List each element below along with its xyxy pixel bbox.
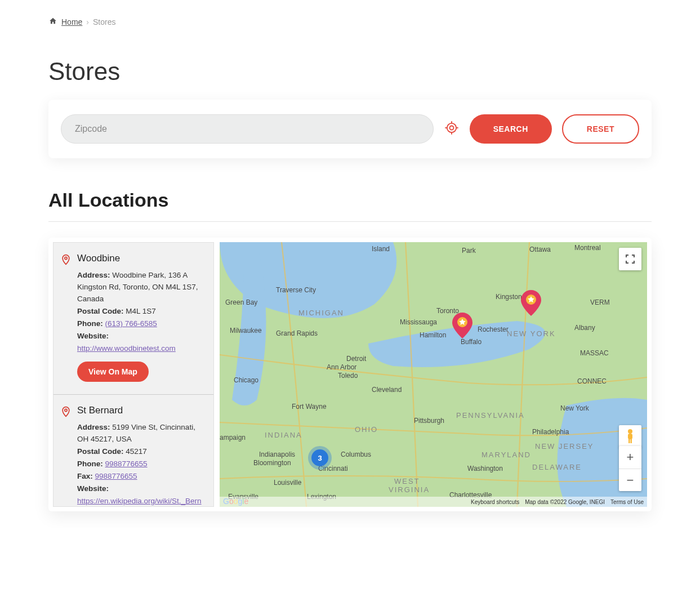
streetview-pegman-icon[interactable]: [619, 425, 641, 448]
svg-rect-13: [628, 439, 630, 443]
map-label: PENNSYLVANIA: [456, 411, 525, 420]
map-pin-icon: [60, 254, 72, 267]
map-label: Louisville: [274, 479, 301, 487]
location-card: Woodbine Address: Woodbine Park, 136 A K…: [53, 243, 213, 395]
map-label: MASSAC: [580, 349, 609, 357]
zoom-controls: + −: [619, 446, 641, 491]
map-label: Green Bay: [225, 298, 257, 306]
map-label: Rochester: [478, 325, 509, 333]
svg-point-6: [65, 257, 67, 259]
fax-label: Fax:: [77, 472, 93, 480]
map-label: Chicago: [234, 376, 258, 384]
map-label: Hamilton: [420, 331, 446, 339]
map-marker-icon[interactable]: [452, 313, 472, 338]
map-label: NEW YORK: [507, 329, 556, 338]
location-list[interactable]: Woodbine Address: Woodbine Park, 136 A K…: [53, 242, 214, 507]
map-label: Buffalo: [461, 338, 481, 346]
location-card: St Bernard Address: 5199 Vine St, Cincin…: [53, 395, 213, 507]
phone-link[interactable]: 9988776655: [105, 460, 148, 468]
phone-link[interactable]: (613) 766-6585: [105, 319, 157, 328]
address-label: Address:: [77, 271, 110, 279]
map-label: INDIANA: [265, 431, 302, 439]
website-label: Website:: [77, 484, 109, 493]
map-label: Toledo: [338, 372, 358, 380]
map-label: Montreal: [574, 244, 601, 252]
svg-rect-12: [628, 434, 632, 439]
locate-me-icon[interactable]: [444, 120, 460, 138]
zipcode-input[interactable]: [61, 114, 434, 144]
address-label: Address:: [77, 423, 110, 431]
map-label: Pittsburgh: [414, 417, 444, 425]
breadcrumb: Home › Stores: [48, 17, 652, 26]
map-label: Park: [462, 247, 476, 255]
map-label: CONNEC: [577, 377, 607, 385]
postal-value: M4L 1S7: [126, 307, 156, 315]
section-title: All Locations: [48, 189, 652, 211]
postal-value: 45217: [126, 447, 147, 456]
map-label: Columbus: [341, 451, 371, 458]
map-label: Albany: [574, 324, 595, 332]
website-link[interactable]: https://en.wikipedia.org/wiki/St._Bern: [77, 497, 202, 505]
home-icon: [48, 17, 57, 26]
map-label: Cleveland: [372, 386, 402, 394]
map-label: MICHIGAN: [298, 309, 344, 317]
location-name: St Bernard: [77, 405, 206, 416]
breadcrumb-home-link[interactable]: Home: [61, 17, 82, 26]
map-label: MARYLAND: [481, 451, 531, 459]
map-label: Traverse City: [276, 286, 316, 294]
fullscreen-button[interactable]: [619, 248, 641, 270]
map-label: Ottawa: [529, 246, 551, 253]
map-label: Fort Wayne: [292, 403, 327, 411]
map-label: Detroit: [346, 355, 366, 363]
map-pin-icon: [60, 406, 72, 420]
map-tiles: [220, 242, 647, 507]
map-data-text: Map data ©2022 Google, INEGI: [525, 499, 605, 505]
map-label: Grand Rapids: [276, 329, 318, 337]
search-panel: SEARCH RESET: [48, 100, 652, 158]
locations-container: Woodbine Address: Woodbine Park, 136 A K…: [48, 238, 652, 511]
zoom-out-button[interactable]: −: [619, 469, 641, 491]
breadcrumb-current: Stores: [93, 17, 115, 26]
svg-point-7: [65, 409, 67, 412]
map-label: NEW JERSEY: [535, 442, 594, 451]
keyboard-shortcuts-link[interactable]: Keyboard shortcuts: [471, 499, 519, 505]
page-title: Stores: [48, 57, 652, 86]
reset-button[interactable]: RESET: [562, 114, 639, 144]
postal-label: Postal Code:: [77, 307, 124, 315]
divider: [48, 221, 652, 222]
chevron-right-icon: ›: [86, 17, 89, 26]
phone-label: Phone:: [77, 319, 103, 328]
map[interactable]: Island Park Ottawa Montreal Traverse Cit…: [220, 242, 647, 507]
svg-rect-14: [631, 439, 632, 443]
phone-label: Phone:: [77, 460, 103, 468]
map-label: Philadelphia: [532, 428, 569, 436]
map-label: OHIO: [355, 425, 378, 434]
svg-point-1: [449, 126, 453, 130]
terms-link[interactable]: Terms of Use: [610, 499, 644, 505]
website-link[interactable]: http://www.woodbinetest.com: [77, 344, 176, 353]
map-cluster-marker[interactable]: 3: [311, 449, 328, 466]
view-on-map-button[interactable]: View On Map: [77, 362, 149, 382]
map-label: Washington: [467, 465, 503, 472]
map-label: VERM: [590, 298, 610, 306]
website-label: Website:: [77, 332, 109, 340]
map-attribution: Keyboard shortcuts Map data ©2022 Google…: [220, 497, 647, 507]
map-label: Kingston: [496, 293, 522, 301]
svg-point-0: [447, 123, 456, 132]
map-marker-icon[interactable]: [521, 290, 541, 316]
fax-link[interactable]: 9988776655: [95, 472, 137, 480]
svg-point-11: [628, 429, 632, 434]
map-label: Milwaukee: [230, 327, 262, 335]
map-label: Island: [372, 245, 390, 253]
map-label: Ann Arbor: [327, 363, 356, 371]
search-button[interactable]: SEARCH: [470, 114, 552, 144]
map-label: WEST: [394, 477, 420, 485]
map-label: DELAWARE: [532, 463, 582, 471]
map-label: ampaign: [220, 434, 246, 442]
map-label: VIRGINIA: [389, 485, 430, 494]
map-label: Mississauga: [400, 318, 437, 326]
map-label: New York: [560, 404, 589, 412]
postal-label: Postal Code:: [77, 447, 124, 456]
zoom-in-button[interactable]: +: [619, 446, 641, 469]
location-name: Woodbine: [77, 253, 206, 264]
